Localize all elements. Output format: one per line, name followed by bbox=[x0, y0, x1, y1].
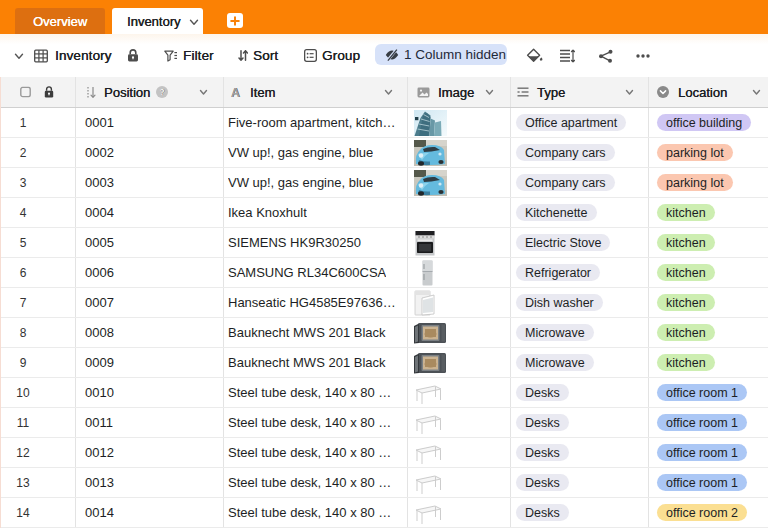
svg-text:A: A bbox=[231, 86, 240, 98]
svg-text:?: ? bbox=[160, 87, 165, 97]
